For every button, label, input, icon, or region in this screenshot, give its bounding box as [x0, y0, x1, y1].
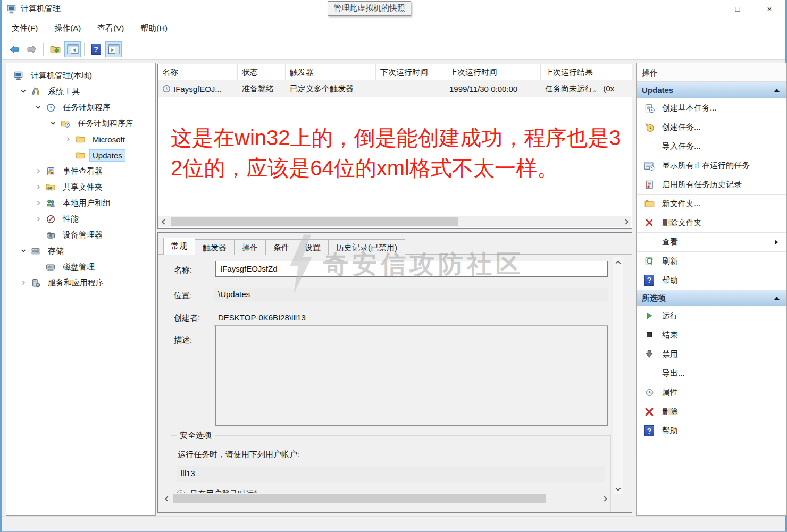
tree-item-task-scheduler[interactable]: 任务计划程序 [6, 99, 155, 115]
action-label: 导入任务... [662, 141, 701, 151]
task-last-run-time: 1999/11/30 0:00:00 [445, 85, 541, 94]
tree-item-event-viewer[interactable]: 事件查看器 [6, 163, 155, 179]
chevron-down-icon[interactable] [47, 117, 60, 130]
column-last-run-time[interactable]: 上次运行时间 [445, 64, 541, 80]
action-show-running-tasks[interactable]: 显示所有正在运行的任务 [637, 156, 786, 175]
back-button[interactable] [6, 41, 22, 57]
task-status: 准备就绪 [238, 84, 286, 94]
tree-item-updates[interactable]: Updates [6, 147, 155, 163]
tree-item-device-manager[interactable]: 设备管理器 [6, 227, 155, 243]
collapse-icon[interactable] [774, 297, 780, 300]
task-list-horizontal-scrollbar[interactable] [158, 216, 631, 227]
collapse-icon[interactable] [774, 89, 780, 92]
scroll-right-icon[interactable] [600, 493, 610, 504]
action-view[interactable]: 查看 [637, 232, 786, 251]
column-triggers[interactable]: 触发器 [286, 64, 376, 80]
chevron-right-icon[interactable] [32, 165, 45, 178]
tab-settings[interactable]: 设置 [297, 239, 329, 255]
detail-tabs: 常规 触发器 操作 条件 设置 历史记录(已禁用) [163, 238, 405, 255]
task-details-pane: 常规 触发器 操作 条件 设置 历史记录(已禁用) 名称: IFaysgfEOJ… [157, 232, 632, 513]
details-horizontal-scrollbar[interactable] [162, 493, 610, 505]
tree-item-services-applications[interactable]: 服务和应用程序 [6, 275, 155, 291]
tree-item-shared-folders[interactable]: 共享文件夹 [6, 179, 155, 195]
chevron-right-icon[interactable] [62, 133, 74, 146]
action-create-task[interactable]: 创建任务... [637, 117, 786, 137]
close-button[interactable]: × [753, 0, 785, 18]
chevron-right-icon[interactable] [32, 213, 45, 225]
enable-task-history-icon [643, 179, 656, 190]
action-delete-folder[interactable]: 删除文件夹 [637, 213, 786, 232]
chevron-right-icon[interactable] [32, 197, 45, 209]
tree-item-computer-management[interactable]: 计算机管理(本地) [6, 67, 155, 83]
storage-icon [30, 246, 41, 256]
tree-item-local-users-groups[interactable]: 本地用户和组 [6, 195, 155, 211]
scroll-up-icon[interactable] [613, 257, 623, 267]
device-manager-icon [45, 230, 56, 240]
tab-actions[interactable]: 操作 [234, 239, 266, 255]
forward-button[interactable] [23, 41, 40, 57]
column-status[interactable]: 状态 [238, 64, 286, 80]
action-enable-task-history[interactable]: 启用所有任务历史记录 [637, 175, 786, 194]
action-end[interactable]: 结束 [637, 325, 786, 344]
scroll-left-icon[interactable] [158, 216, 168, 227]
scroll-down-icon[interactable] [613, 484, 623, 494]
action-new-folder[interactable]: 新文件夹... [637, 194, 786, 213]
tab-conditions[interactable]: 条件 [265, 239, 297, 255]
chevron-right-icon[interactable] [32, 181, 45, 193]
menu-help[interactable]: 帮助(H) [135, 20, 173, 37]
action-refresh[interactable]: 刷新 [637, 251, 786, 271]
minimize-button[interactable]: — [690, 0, 722, 18]
event-viewer-icon [45, 166, 56, 176]
task-list-header: 名称 状态 触发器 下次运行时间 上次运行时间 上次运行结果 [158, 64, 632, 80]
chevron-down-icon[interactable] [32, 101, 45, 114]
help-button[interactable]: ? [88, 41, 104, 57]
scrollbar-thumb[interactable] [173, 494, 546, 503]
action-disable[interactable]: 禁用 [637, 344, 786, 364]
scroll-right-icon[interactable] [622, 216, 631, 227]
description-textarea[interactable] [215, 326, 608, 426]
location-value: \Updates [214, 288, 608, 302]
details-vertical-scrollbar[interactable] [613, 257, 623, 494]
maximize-button[interactable]: □ [722, 0, 753, 18]
scrollbar-thumb[interactable] [171, 217, 458, 226]
tree-item-storage[interactable]: 存储 [6, 243, 155, 259]
action-export[interactable]: 导出... [637, 364, 786, 383]
tree-item-task-library[interactable]: 任务计划程序库 [6, 115, 155, 131]
menu-action[interactable]: 操作(A) [48, 20, 87, 37]
task-row[interactable]: IFaysgfEOJ... 准备就绪 已定义多个触发器 1999/11/30 0… [158, 80, 632, 97]
task-name-input[interactable]: IFaysgfEOJsfZd [215, 261, 608, 277]
up-one-level-button[interactable] [47, 41, 63, 57]
tree-item-microsoft[interactable]: Microsoft [6, 131, 155, 147]
tab-history[interactable]: 历史记录(已禁用) [328, 239, 405, 255]
no-icon [643, 367, 656, 379]
scroll-left-icon[interactable] [162, 493, 171, 504]
menu-bar: 文件(F) 操作(A) 查看(V) 帮助(H) [2, 18, 785, 39]
column-name[interactable]: 名称 [158, 64, 238, 80]
menu-view[interactable]: 查看(V) [91, 20, 130, 37]
chevron-down-icon[interactable] [17, 244, 30, 257]
general-tab-page: 名称: IFaysgfEOJsfZd 位置: \Updates 创建者: DES… [158, 255, 632, 512]
menu-file[interactable]: 文件(F) [6, 20, 44, 37]
tree-item-system-tools[interactable]: 系统工具 [6, 83, 155, 99]
section-header-updates[interactable]: Updates [637, 82, 786, 98]
action-create-basic-task[interactable]: 创建基本任务... [637, 98, 786, 117]
tab-general[interactable]: 常规 [163, 238, 195, 255]
show-hide-console-tree-button[interactable] [64, 41, 81, 57]
chevron-right-icon[interactable] [17, 276, 30, 289]
action-properties[interactable]: 属性 [637, 383, 786, 402]
action-run[interactable]: 运行 [637, 306, 786, 325]
tree-item-performance[interactable]: 性能 [6, 211, 155, 227]
action-help-selected[interactable]: ? 帮助 [637, 421, 786, 440]
show-hide-action-pane-button[interactable] [105, 41, 122, 57]
action-help-updates[interactable]: ? 帮助 [637, 271, 786, 290]
system-tools-icon [30, 86, 41, 97]
chevron-down-icon[interactable] [17, 85, 30, 98]
action-import-task[interactable]: 导入任务... [637, 137, 786, 156]
tree-item-disk-management[interactable]: 磁盘管理 [6, 259, 155, 275]
action-delete[interactable]: 删除 [637, 402, 786, 421]
column-last-run-result[interactable]: 上次运行结果 [541, 64, 632, 80]
tab-triggers[interactable]: 触发器 [195, 239, 235, 255]
section-header-selected-item[interactable]: 所选项 [637, 290, 786, 306]
toolbar-separator [84, 43, 85, 56]
column-next-run-time[interactable]: 下次运行时间 [376, 64, 445, 80]
